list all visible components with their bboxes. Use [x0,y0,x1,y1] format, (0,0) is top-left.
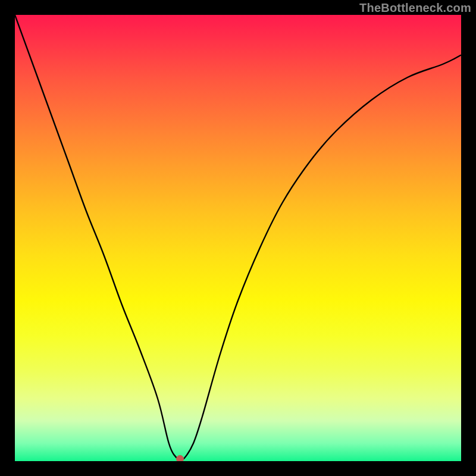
watermark-text: TheBottleneck.com [359,1,471,15]
curve-svg [15,15,461,461]
chart-frame: TheBottleneck.com [0,0,476,476]
minimum-marker [177,455,184,461]
bottleneck-curve [15,15,461,459]
plot-area [15,15,461,461]
